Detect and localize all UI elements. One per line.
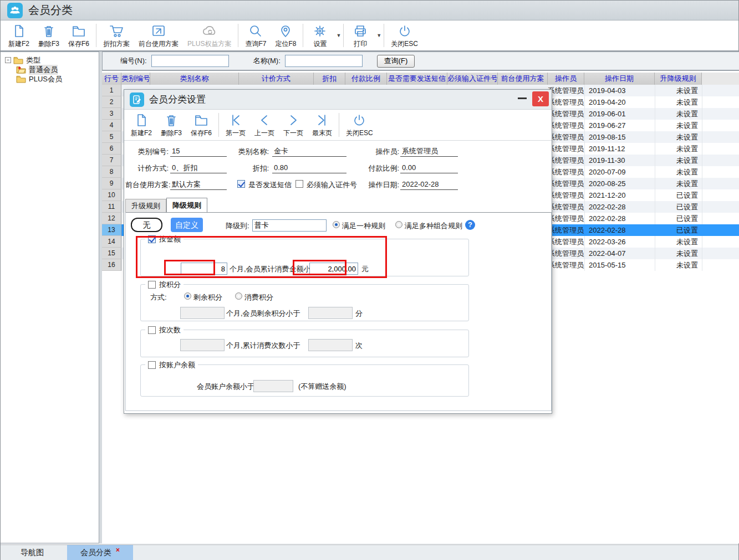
last-page-button[interactable]: 最末页 (308, 110, 337, 140)
column-header-4[interactable]: 折扣 (314, 73, 345, 85)
grid-line (584, 131, 585, 143)
column-header-9[interactable]: 操作员 (548, 73, 584, 85)
pricing-field[interactable]: 0、折扣 (170, 162, 227, 173)
pay-ratio-field[interactable]: 0.00 (400, 162, 458, 173)
row-number-cell[interactable]: 3 (102, 108, 121, 120)
column-header-0[interactable]: 行号 (102, 73, 121, 85)
minimize-icon[interactable] (518, 97, 527, 99)
tab-upgrade-rule[interactable]: 升级规则 (125, 199, 166, 213)
print-dropdown-caret[interactable]: ▼ (376, 33, 381, 38)
points-value-input[interactable] (308, 307, 353, 319)
front-plan-field[interactable]: 默认方案 (170, 178, 227, 190)
new-button[interactable]: 新建F2 (4, 20, 34, 50)
multi-rule-radio[interactable] (395, 221, 402, 228)
tab-downgrade-rule[interactable]: 降级规则 (166, 198, 207, 213)
downgrade-to-input[interactable] (252, 219, 327, 232)
prev-page-button[interactable]: 上一页 (250, 110, 279, 140)
times-months-input[interactable] (180, 339, 225, 351)
dialog-save-button[interactable]: 保存F6 (186, 110, 216, 140)
tab-navigation-map[interactable]: 导航图 (7, 545, 57, 560)
toolbar-separator (303, 24, 303, 47)
row-number-cell[interactable]: 1 (102, 85, 121, 96)
row-number-cell[interactable]: 11 (102, 201, 121, 213)
column-header-2[interactable]: 类别名称 (150, 73, 239, 85)
tree-collapse-icon[interactable]: − (5, 57, 11, 63)
discount-field[interactable]: 0.80 (272, 162, 346, 173)
balance-value-input[interactable] (253, 380, 293, 392)
row-number-cell[interactable]: 7 (102, 155, 121, 166)
one-rule-radio[interactable] (333, 221, 340, 228)
row-number-cell[interactable]: 12 (102, 213, 121, 224)
cell-operator: 系统管理员 (548, 248, 584, 259)
times-checkbox[interactable] (148, 326, 156, 334)
query-button[interactable]: 查询F7 (241, 20, 271, 50)
consumed-points-radio[interactable] (235, 292, 242, 300)
dialog-delete-button[interactable]: 删除F3 (156, 110, 186, 140)
column-header-5[interactable]: 付款比例 (345, 73, 387, 85)
print-button[interactable]: 打印 (346, 22, 375, 50)
discount-plan-button[interactable]: 折扣方案 (99, 20, 134, 50)
dialog-new-button[interactable]: 新建F2 (126, 110, 156, 140)
tab-member-category[interactable]: 会员分类 × (67, 545, 133, 560)
category-name-field[interactable]: 金卡 (272, 145, 346, 157)
op-date-field[interactable]: 2022-02-28 (400, 178, 458, 190)
next-page-button[interactable]: 下一页 (279, 110, 308, 140)
query-submit-button[interactable]: 查询(F) (377, 55, 415, 68)
rule-custom-button[interactable]: 自定义 (171, 218, 203, 232)
settings-button[interactable]: 设置 (305, 22, 334, 50)
dialog-close-button[interactable]: X (532, 91, 549, 106)
tree-item-PLUS会员[interactable]: PLUS会员 (3, 74, 96, 84)
points-unit: 分 (355, 309, 363, 318)
balance-checkbox[interactable] (148, 361, 156, 369)
points-months-input[interactable] (180, 307, 225, 319)
row-number-cell[interactable]: 13 (102, 224, 121, 236)
category-no-field[interactable]: 15 (170, 145, 227, 157)
cell-op-date: 2015-05-15 (589, 259, 655, 271)
name-input[interactable] (285, 55, 363, 67)
column-header-3[interactable]: 计价方式 (239, 73, 314, 85)
row-number-cell[interactable]: 4 (102, 120, 121, 131)
save-button[interactable]: 保存F6 (64, 20, 94, 50)
row-number-cell[interactable]: 6 (102, 143, 121, 155)
toolbar-separator (384, 24, 384, 47)
locate-button[interactable]: 定位F8 (271, 20, 300, 50)
first-page-button[interactable]: 第一页 (221, 110, 250, 140)
tree-item-普通会员[interactable]: 普通会员 (3, 65, 96, 74)
screen-arrow-icon (151, 23, 166, 38)
front-plan-button[interactable]: 前台使用方案 (134, 20, 183, 50)
close-tab-icon[interactable]: × (116, 546, 120, 554)
dialog-close-esc-button[interactable]: 关闭ESC (342, 110, 378, 140)
balance-title: 按账户余额 (159, 360, 195, 370)
operator-field[interactable]: 系统管理员 (400, 145, 458, 157)
help-icon[interactable]: ? (465, 220, 475, 230)
id-required-checkbox[interactable] (295, 180, 303, 188)
column-header-8[interactable]: 前台使用方案 (498, 73, 548, 85)
rule-none-button[interactable]: 无 (131, 218, 162, 232)
column-header-11[interactable]: 升降级规则 (655, 73, 702, 85)
cell-op-date: 2019-04-20 (589, 96, 655, 108)
row-number-cell[interactable]: 8 (102, 166, 121, 178)
times-value-input[interactable] (308, 339, 353, 351)
rule-tabs: 升级规则 降级规则 (125, 198, 207, 213)
remaining-points-radio[interactable] (184, 292, 191, 300)
row-number-cell[interactable]: 15 (102, 248, 121, 259)
tree-root[interactable]: − 类型 (3, 55, 96, 65)
column-header-1[interactable]: 类别编号 (121, 73, 150, 85)
row-number-cell[interactable]: 9 (102, 178, 121, 189)
grid-line (702, 166, 702, 178)
row-number-cell[interactable]: 2 (102, 96, 121, 108)
column-header-10[interactable]: 操作日期 (584, 73, 655, 85)
code-input[interactable] (151, 55, 229, 67)
row-number-cell[interactable]: 10 (102, 189, 121, 201)
close-button[interactable]: 关闭ESC (386, 20, 422, 50)
send-sms-checkbox[interactable] (237, 180, 245, 188)
grid-line (655, 120, 655, 131)
column-header-7[interactable]: 必须输入证件号 (447, 73, 498, 85)
column-header-6[interactable]: 是否需要发送短信 (387, 73, 447, 85)
points-checkbox[interactable] (148, 281, 156, 289)
row-number-cell[interactable]: 14 (102, 236, 121, 248)
row-number-cell[interactable]: 5 (102, 131, 121, 143)
row-number-cell[interactable]: 16 (102, 259, 121, 271)
delete-button[interactable]: 删除F3 (34, 20, 64, 50)
settings-dropdown-caret[interactable]: ▼ (336, 33, 341, 38)
